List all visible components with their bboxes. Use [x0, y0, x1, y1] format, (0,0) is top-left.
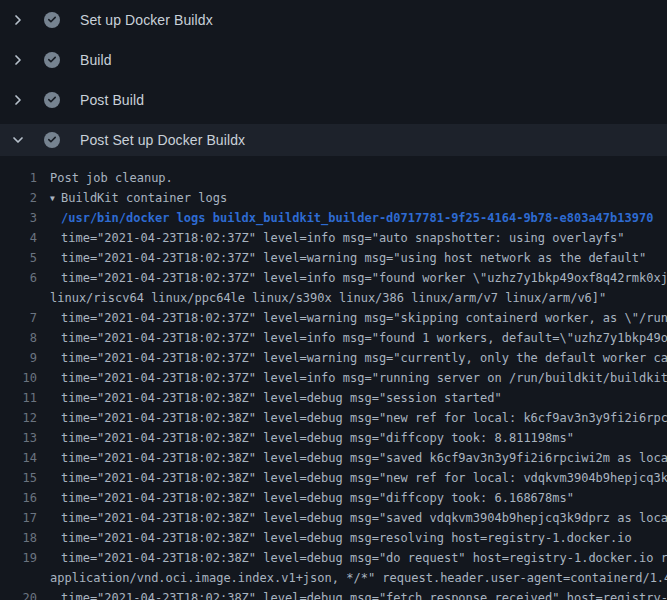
log-row: 12 time="2021-04-23T18:02:38Z" level=deb…: [0, 408, 667, 428]
log-line-text: time="2021-04-23T18:02:38Z" level=debug …: [37, 528, 632, 548]
log-row: 5 time="2021-04-23T18:02:37Z" level=warn…: [0, 248, 667, 268]
line-number[interactable]: 13: [0, 428, 37, 448]
line-number: [0, 568, 37, 588]
log-line-text: time="2021-04-23T18:02:38Z" level=debug …: [37, 408, 667, 428]
chevron-down-icon: [10, 132, 26, 148]
log-row: 7 time="2021-04-23T18:02:37Z" level=warn…: [0, 308, 667, 328]
log-row: 4 time="2021-04-23T18:02:37Z" level=info…: [0, 228, 667, 248]
log-line-text: Post job cleanup.: [37, 168, 173, 188]
line-number[interactable]: 18: [0, 528, 37, 548]
log-line-text: /usr/bin/docker logs buildx_buildkit_bui…: [37, 208, 653, 228]
step-title: Set up Docker Buildx: [80, 12, 213, 28]
line-number[interactable]: 16: [0, 488, 37, 508]
log-row: 3 /usr/bin/docker logs buildx_buildkit_b…: [0, 208, 667, 228]
group-toggle-icon[interactable]: ▼: [50, 189, 61, 209]
group-title: BuildKit container logs: [61, 191, 227, 205]
line-number[interactable]: 5: [0, 248, 37, 268]
line-number[interactable]: 4: [0, 228, 37, 248]
line-number[interactable]: 6: [0, 268, 37, 288]
log-row: 14 time="2021-04-23T18:02:38Z" level=deb…: [0, 448, 667, 468]
log-row: 9 time="2021-04-23T18:02:37Z" level=warn…: [0, 348, 667, 368]
step-title: Build: [80, 52, 112, 68]
log-row: 10 time="2021-04-23T18:02:37Z" level=inf…: [0, 368, 667, 388]
log-row: linux/riscv64 linux/ppc64le linux/s390x …: [0, 288, 667, 308]
step-title: Post Set up Docker Buildx: [80, 132, 245, 148]
line-number[interactable]: 14: [0, 448, 37, 468]
log-viewer: 1 Post job cleanup. 2 ▼BuildKit containe…: [0, 160, 667, 600]
line-number[interactable]: 9: [0, 348, 37, 368]
check-circle-icon: [44, 12, 60, 28]
line-number[interactable]: 2: [0, 188, 37, 208]
step-title: Post Build: [80, 92, 144, 108]
line-number: [0, 288, 37, 308]
log-row: 13 time="2021-04-23T18:02:38Z" level=deb…: [0, 428, 667, 448]
step-row-build[interactable]: Build: [0, 40, 667, 80]
check-circle-icon: [44, 92, 60, 108]
line-number[interactable]: 20: [0, 588, 37, 600]
line-number[interactable]: 1: [0, 168, 37, 188]
log-line-text: time="2021-04-23T18:02:37Z" level=warnin…: [37, 348, 667, 368]
log-line-text: ▼BuildKit container logs: [37, 188, 227, 208]
steps-list: Set up Docker Buildx Build P: [0, 0, 667, 156]
log-line-text: time="2021-04-23T18:02:37Z" level=info m…: [37, 368, 667, 388]
line-number[interactable]: 19: [0, 548, 37, 568]
log-row: 18 time="2021-04-23T18:02:38Z" level=deb…: [0, 528, 667, 548]
line-number[interactable]: 12: [0, 408, 37, 428]
chevron-right-icon: [10, 12, 26, 28]
log-row: 19 time="2021-04-23T18:02:38Z" level=deb…: [0, 548, 667, 568]
log-row: 20 time="2021-04-23T18:02:38Z" level=deb…: [0, 588, 667, 600]
step-row-post-set-up-docker-buildx[interactable]: Post Set up Docker Buildx: [0, 124, 667, 156]
line-number[interactable]: 11: [0, 388, 37, 408]
line-number[interactable]: 15: [0, 468, 37, 488]
log-row: application/vnd.oci.image.index.v1+json,…: [0, 568, 667, 588]
log-row: 11 time="2021-04-23T18:02:38Z" level=deb…: [0, 388, 667, 408]
log-line-text: time="2021-04-23T18:02:37Z" level=warnin…: [37, 308, 667, 328]
log-line-text: time="2021-04-23T18:02:38Z" level=debug …: [37, 468, 667, 488]
log-line-text: time="2021-04-23T18:02:38Z" level=debug …: [37, 508, 667, 528]
log-line-text: time="2021-04-23T18:02:37Z" level=info m…: [37, 328, 667, 348]
log-row: 2 ▼BuildKit container logs: [0, 188, 667, 208]
line-number[interactable]: 8: [0, 328, 37, 348]
log-line-text: time="2021-04-23T18:02:38Z" level=debug …: [37, 588, 667, 600]
log-line-text: time="2021-04-23T18:02:38Z" level=debug …: [37, 448, 667, 468]
log-row: 8 time="2021-04-23T18:02:37Z" level=info…: [0, 328, 667, 348]
chevron-right-icon: [10, 52, 26, 68]
log-row: 17 time="2021-04-23T18:02:38Z" level=deb…: [0, 508, 667, 528]
log-line-text: application/vnd.oci.image.index.v1+json,…: [37, 568, 667, 588]
log-line-text: time="2021-04-23T18:02:38Z" level=debug …: [37, 428, 574, 448]
step-row-set-up-docker-buildx[interactable]: Set up Docker Buildx: [0, 0, 667, 40]
log-line-text: time="2021-04-23T18:02:38Z" level=debug …: [37, 388, 502, 408]
chevron-right-icon: [10, 92, 26, 108]
log-line-text: time="2021-04-23T18:02:37Z" level=info m…: [37, 268, 667, 288]
log-row: 1 Post job cleanup.: [0, 168, 667, 188]
line-number[interactable]: 7: [0, 308, 37, 328]
log-row: 15 time="2021-04-23T18:02:38Z" level=deb…: [0, 468, 667, 488]
log-line-text: time="2021-04-23T18:02:38Z" level=debug …: [37, 488, 574, 508]
check-circle-icon: [44, 132, 60, 148]
log-line-text: time="2021-04-23T18:02:38Z" level=debug …: [37, 548, 667, 568]
log-line-text: time="2021-04-23T18:02:37Z" level=info m…: [37, 228, 625, 248]
log-line-text: time="2021-04-23T18:02:37Z" level=warnin…: [37, 248, 646, 268]
log-line-text: linux/riscv64 linux/ppc64le linux/s390x …: [37, 288, 606, 308]
log-row: 16 time="2021-04-23T18:02:38Z" level=deb…: [0, 488, 667, 508]
line-number[interactable]: 10: [0, 368, 37, 388]
check-circle-icon: [44, 52, 60, 68]
log-row: 6 time="2021-04-23T18:02:37Z" level=info…: [0, 268, 667, 288]
line-number[interactable]: 17: [0, 508, 37, 528]
line-number[interactable]: 3: [0, 208, 37, 228]
step-row-post-build[interactable]: Post Build: [0, 80, 667, 120]
